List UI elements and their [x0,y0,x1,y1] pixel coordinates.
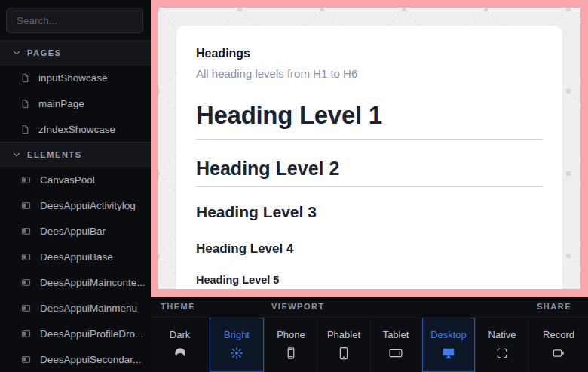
sidebar-item-label: DeesAppuiMainconte... [40,277,145,288]
sidebar-item-label: DeesAppuiBase [40,251,113,263]
sidebar-item-label: DeesAppuiBar [40,226,106,237]
element-icon [20,175,32,185]
moon-icon [170,343,190,364]
element-icon [20,201,32,211]
preview-card: Headings All heading levels from H1 to H… [176,26,562,297]
heading-level-1: Heading Level 1 [196,103,543,128]
element-icon [20,226,32,236]
sidebar: PAGES inputShowcase mainPage zIndexShowc… [0,0,151,372]
sidebar-item-label: DeesAppuiMainmenu [40,303,137,314]
element-icon [20,278,32,287]
button-label: Phablet [327,329,360,340]
sidebar-item-label: inputShowcase [38,72,108,84]
bottom-toolbar: THEME VIEWPORT SHARE Dark Bright [151,297,588,372]
page-subtitle: All heading levels from H1 to H6 [196,67,543,80]
file-icon [20,72,30,84]
element-icon [20,303,32,313]
sidebar-item-deesappuimainconte[interactable]: DeesAppuiMainconte... [0,269,151,295]
phone-viewport-button[interactable]: Phone [264,318,317,372]
record-video-icon [551,346,566,361]
search-box [0,0,151,40]
section-label: PAGES [27,48,62,57]
sidebar-item-deesappuiprofiledro[interactable]: DeesAppuiProfileDro... [0,321,151,346]
toolbar-buttons: Dark Bright [151,317,588,372]
button-label: Phone [277,329,305,340]
desktop-viewport-button[interactable]: Desktop [421,318,475,372]
sidebar-item-deesappuibar[interactable]: DeesAppuiBar [0,218,151,244]
sidebar-item-deesappuiactivitylog[interactable]: DeesAppuiActivitylog [0,192,151,218]
file-icon [20,98,30,109]
bright-theme-button[interactable]: Bright [209,318,264,372]
divider [196,139,543,140]
theme-group-label: THEME [161,302,195,311]
page-title: Headings [196,47,543,60]
phone-icon [283,346,299,361]
heading-level-2: Heading Level 2 [196,159,543,178]
sidebar-section-elements[interactable]: ELEMENTS [0,142,151,167]
phablet-icon [336,346,351,361]
element-icon [20,329,32,339]
brightness-icon [229,346,244,361]
sidebar-item-label: CanvasPool [40,174,95,186]
heading-level-3: Heading Level 3 [196,204,543,220]
main-area: Headings All heading levels from H1 to H… [151,0,588,372]
button-label: Desktop [430,329,467,340]
search-input[interactable] [6,8,143,33]
toolbar-header: THEME VIEWPORT SHARE [151,297,588,317]
preview-viewport: Headings All heading levels from H1 to H… [151,0,588,297]
record-share-button[interactable]: Record [528,318,588,372]
app-root: PAGES inputShowcase mainPage zIndexShowc… [0,0,588,372]
sidebar-item-label: DeesAppuiProfileDro... [40,328,143,340]
viewport-group-label: VIEWPORT [271,302,325,311]
sidebar-item-label: DeesAppuiSecondar... [40,354,141,365]
button-label: Native [488,329,516,340]
sidebar-item-deesappuimainmenu[interactable]: DeesAppuiMainmenu [0,295,151,321]
heading-level-4: Heading Level 4 [196,242,543,255]
phablet-viewport-button[interactable]: Phablet [317,318,369,372]
button-label: Tablet [383,329,409,340]
sidebar-item-zindexshowcase[interactable]: zIndexShowcase [0,116,151,142]
file-icon [20,124,30,135]
button-label: Record [543,329,574,340]
tablet-viewport-button[interactable]: Tablet [369,318,421,372]
chevron-down-icon [13,50,20,56]
section-label: ELEMENTS [27,150,82,159]
button-label: Dark [170,329,190,340]
native-fullscreen-icon [495,346,509,361]
sidebar-item-label: DeesAppuiActivitylog [40,200,136,211]
sidebar-item-label: mainPage [38,98,84,109]
desktop-icon [441,346,456,361]
native-viewport-button[interactable]: Native [475,318,528,372]
sidebar-item-deesappuibase[interactable]: DeesAppuiBase [0,244,151,269]
button-label: Bright [224,329,250,340]
sidebar-item-mainpage[interactable]: mainPage [0,91,151,116]
sidebar-item-canvaspool[interactable]: CanvasPool [0,167,151,192]
heading-level-5: Heading Level 5 [196,275,543,286]
share-group-label: SHARE [537,302,571,311]
dark-theme-button[interactable]: Dark [151,318,209,372]
chevron-down-icon [13,152,20,158]
tablet-icon [388,346,403,361]
sidebar-item-label: zIndexShowcase [38,124,115,135]
sidebar-item-inputshowcase[interactable]: inputShowcase [0,65,151,91]
element-icon [20,355,32,364]
divider [196,186,543,187]
sidebar-item-deesappuisecondar[interactable]: DeesAppuiSecondar... [0,346,151,372]
sidebar-section-pages[interactable]: PAGES [0,40,151,65]
element-icon [20,252,32,262]
